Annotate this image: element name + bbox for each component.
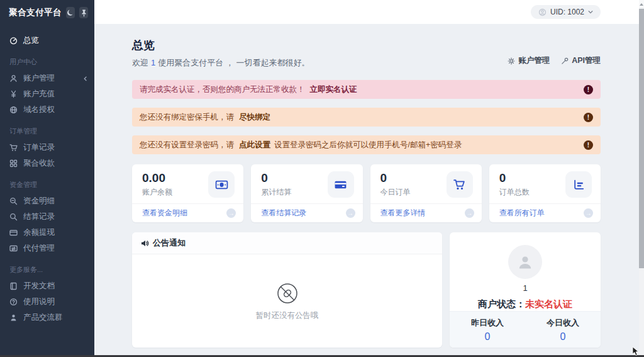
sidebar-item-label: 使用说明	[23, 297, 88, 307]
announcement-title: 公告通知	[153, 237, 186, 249]
stat-label: 今日订单	[380, 187, 411, 198]
footer-link-label: 查看所有订单	[499, 208, 545, 218]
sidebar-item-dev-docs[interactable]: 开发文档	[0, 278, 94, 294]
book-icon	[9, 282, 18, 290]
sidebar-item-domain-auth[interactable]: 域名授权	[0, 102, 94, 118]
scroll-up-button[interactable]	[639, 0, 644, 8]
exclamation-icon: !	[584, 85, 593, 94]
stat-card-footer-link[interactable]: 查看所有订单 →	[489, 203, 601, 222]
scrollbar-thumb[interactable]	[639, 9, 644, 268]
footer-link-label: 查看更多详情	[380, 208, 426, 218]
alert-bind-phone: 您还没有绑定密保手机，请尽快绑定 !	[132, 108, 601, 127]
uid-label: UID: 1002	[550, 8, 584, 16]
dashboard-icon	[9, 37, 18, 45]
avatar-person-icon	[516, 253, 534, 271]
sidebar-item-label: 代付管理	[23, 243, 88, 254]
merchant-status: 商户状态：未实名认证	[478, 298, 572, 310]
sidebar-item-balance-withdraw[interactable]: 余额提现	[0, 225, 94, 241]
search-list-icon	[9, 197, 18, 205]
alert-text: 您还没有设置登录密码，请点此设置设置登录密码之后你就可以使用手机号/邮箱+密码登…	[140, 140, 584, 150]
alert-message: 您还没有绑定密保手机，请	[140, 113, 234, 122]
chevron-down-icon	[588, 9, 593, 14]
income-summary: 昨日收入 0 今日收入 0	[450, 311, 601, 348]
main-area: UID: 1002 总览 欢迎1使用聚合支付平台 ， 一切看起来都很好。 账户管…	[94, 0, 639, 357]
sidebar-item-label: 余额提现	[23, 227, 88, 238]
stat-value: 0.00	[142, 171, 172, 185]
dark-mode-toggle[interactable]	[66, 7, 75, 18]
sidebar-item-aggregate-collect[interactable]: 聚合收款	[0, 156, 94, 171]
sidebar-item-label: 产品交流群	[23, 312, 88, 323]
sidebar-item-payout-manage[interactable]: 代付管理	[0, 241, 94, 256]
sidebar-item-fund-details[interactable]: 资金明细	[0, 193, 94, 209]
sidebar-item-label: 结算记录	[23, 212, 88, 222]
welcome-uid: 1	[151, 58, 155, 67]
alerts: 请完成实名认证，否则您的商户无法正常收款！立即实名认证 ! 您还没有绑定密保手机…	[132, 80, 601, 154]
stat-card-balance: 0.00 账户余额 查看资金明细 →	[132, 164, 243, 222]
alert-text: 请完成实名认证，否则您的商户无法正常收款！立即实名认证	[140, 84, 584, 95]
mouse-cursor	[632, 347, 639, 356]
sidebar-section-more: 更多服务...	[0, 256, 94, 278]
banknote-icon	[215, 178, 228, 191]
sidebar-item-settlement-records[interactable]: 结算记录	[0, 209, 94, 225]
merchant-status-value: 未实名认证	[525, 298, 572, 309]
footer-link-label: 查看结算记录	[261, 208, 306, 218]
sidebar-item-label: 账户管理	[23, 73, 83, 84]
welcome-text: 欢迎1使用聚合支付平台 ， 一切看起来都很好。	[132, 57, 309, 69]
arrow-right-icon: →	[584, 208, 593, 218]
user-circle-icon	[538, 8, 547, 16]
sidebar-section-orders: 订单管理	[0, 118, 94, 140]
triangle-up-icon	[640, 3, 643, 6]
stat-label: 累计结算	[261, 187, 291, 198]
announcement-empty-state: 暂时还没有公告哦	[132, 254, 442, 348]
yesterday-income: 昨日收入 0	[450, 312, 525, 348]
sidebar-item-label: 聚合收款	[23, 158, 88, 169]
alert-message: 请完成实名认证，否则您的商户无法正常收款！	[140, 85, 305, 94]
sidebar-item-label: 资金明细	[23, 196, 88, 207]
vertical-scrollbar[interactable]	[639, 0, 644, 357]
sidebar-item-account-recharge[interactable]: 账户充值	[0, 86, 94, 102]
speaker-icon	[141, 239, 149, 247]
stat-icon-tile	[447, 171, 473, 198]
quick-links: 账户管理 API管理	[508, 38, 601, 69]
arrow-right-icon: →	[226, 208, 236, 218]
globe-icon	[9, 106, 18, 114]
yen-icon	[9, 90, 18, 98]
cart-icon	[453, 178, 466, 191]
stat-card-top: 0.00 账户余额	[132, 164, 243, 203]
stat-card-footer-link[interactable]: 查看结算记录 →	[251, 203, 362, 222]
sidebar-item-usage-guide[interactable]: 使用说明	[0, 294, 94, 310]
bar-chart-icon	[572, 178, 586, 191]
pin-sidebar-button[interactable]	[79, 7, 88, 18]
cart-icon	[9, 144, 18, 152]
panels-row: 公告通知 暂时还没有公告哦 1	[132, 232, 601, 348]
api-manage-link[interactable]: API管理	[561, 55, 601, 66]
sidebar-header: 聚合支付平台	[0, 0, 94, 25]
stat-card-footer-link[interactable]: 查看资金明细 →	[132, 203, 243, 222]
sidebar-item-order-records[interactable]: 订单记录	[0, 140, 94, 156]
bankcard-icon	[334, 178, 347, 191]
account-manage-link[interactable]: 账户管理	[508, 55, 550, 66]
stat-cards: 0.00 账户余额 查看资金明细 → 0 累计结算	[132, 164, 601, 222]
stat-value: 0	[261, 171, 291, 185]
sidebar-item-overview[interactable]: 总览	[0, 33, 94, 48]
stat-card-top: 0 累计结算	[251, 164, 362, 203]
stat-values: 0.00 账户余额	[142, 171, 172, 198]
stat-label: 账户余额	[142, 187, 172, 198]
uid-dropdown[interactable]: UID: 1002	[531, 5, 601, 19]
bind-phone-link[interactable]: 尽快绑定	[239, 113, 270, 122]
stat-card-total-orders: 0 订单总数 查看所有订单 →	[489, 164, 601, 222]
pin-icon	[80, 9, 88, 17]
page-title: 总览	[132, 38, 309, 53]
sidebar-item-product-group[interactable]: 产品交流群	[0, 310, 94, 326]
arrow-right-icon: →	[346, 208, 355, 218]
alert-text: 您还没有绑定密保手机，请尽快绑定	[140, 112, 584, 123]
realname-now-link[interactable]: 立即实名认证	[310, 85, 357, 94]
today-income-value: 0	[560, 331, 566, 343]
gear-icon	[508, 57, 515, 65]
sidebar: 聚合支付平台 总览 用户中心 账户管理 账户充值 域名授权 订单管理	[0, 0, 94, 357]
stat-icon-tile	[208, 171, 235, 198]
announcement-header: 公告通知	[132, 232, 442, 254]
stat-card-footer-link[interactable]: 查看更多详情 →	[370, 203, 482, 222]
sidebar-item-account-manage[interactable]: 账户管理	[0, 71, 94, 86]
set-password-link[interactable]: 点此设置	[239, 140, 270, 149]
